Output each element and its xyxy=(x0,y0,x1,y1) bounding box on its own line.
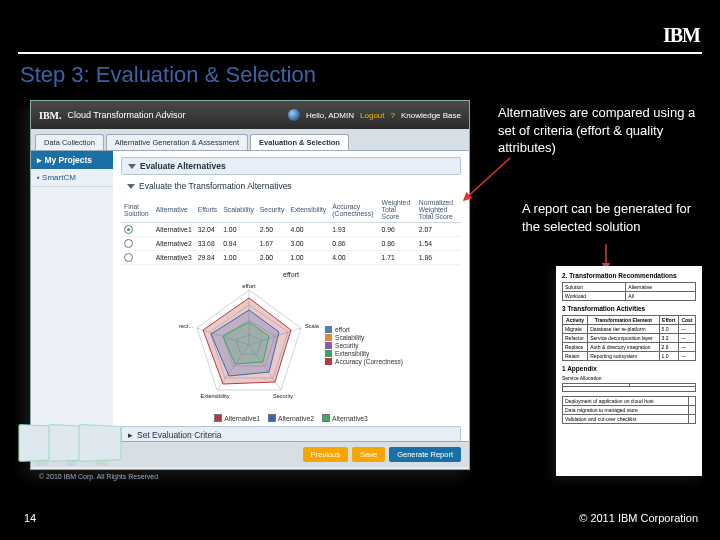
svg-text:Accuracy (Correct...: Accuracy (Correct... xyxy=(179,323,193,329)
generate-report-button[interactable]: Generate Report xyxy=(389,447,461,462)
report-table: ActivityTransformation ElementEffortCost… xyxy=(562,315,696,361)
save-button[interactable]: Save xyxy=(352,447,385,462)
sidebar-item-project[interactable]: ▪ SmartCM xyxy=(31,169,113,187)
callout-criteria: Alternatives are compared using a set of… xyxy=(498,104,698,157)
radar-alt-legend: Alternative1 Alternative2 Alternative3 xyxy=(121,414,461,422)
report-heading: 1 Appendix xyxy=(562,365,696,372)
col-security: Security xyxy=(257,197,288,223)
col-scalability: Scalability xyxy=(220,197,257,223)
report-sub: Service Allocation xyxy=(562,375,696,381)
svg-line-17 xyxy=(464,158,510,200)
svg-text:Scalability: Scalability xyxy=(305,323,319,329)
report-table: Deployment of application on cloud host … xyxy=(562,396,696,424)
section-set-criteria[interactable]: ▸ Set Evaluation Criteria xyxy=(121,426,461,441)
col-efforts: Efforts xyxy=(195,197,221,223)
col-extensibility: Extensibility xyxy=(287,197,329,223)
slide-title: Step 3: Evaluation & Selection xyxy=(20,62,316,88)
report-thumbnail: 2. Transformation Recommendations Soluti… xyxy=(556,266,702,476)
svg-text:Extensibility: Extensibility xyxy=(201,393,230,399)
slide-copyright: © 2011 IBM Corporation xyxy=(579,512,698,524)
hello-user: Hello, ADMIN xyxy=(306,111,354,120)
col-alt: Alternative xyxy=(153,197,195,223)
app-header: IBM. Cloud Transformation Advisor Hello,… xyxy=(31,101,469,129)
ibm-logo-text: IBM xyxy=(663,24,700,47)
report-heading: 3 Transformation Activities xyxy=(562,305,696,312)
report-table xyxy=(562,383,696,392)
svg-text:Security: Security xyxy=(273,393,293,399)
report-heading: 2. Transformation Recommendations xyxy=(562,272,696,279)
tab-data-collection[interactable]: Data Collection xyxy=(35,134,104,150)
tab-bar: Data Collection Alternative Generation &… xyxy=(31,129,469,151)
logout-link[interactable]: Logout xyxy=(360,111,384,120)
page-number: 14 xyxy=(24,512,36,524)
help-link[interactable]: ? xyxy=(391,111,395,120)
table-row[interactable]: Alternative2 33.680.841.673.000.860.861.… xyxy=(121,237,461,251)
svg-text:effort: effort xyxy=(242,283,256,289)
radar-chart: effort effort Sc xyxy=(121,271,461,422)
radio-selected[interactable] xyxy=(124,225,133,234)
globe-icon xyxy=(288,109,300,121)
app-copyright: © 2010 IBM Corp. All Rights Reserved xyxy=(31,467,469,485)
radio[interactable] xyxy=(124,239,133,248)
radar-legend: effort Scalability Security Extensibilit… xyxy=(325,325,403,366)
chevron-down-icon xyxy=(127,184,135,189)
alternatives-table: Final Solution Alternative Efforts Scala… xyxy=(121,197,461,265)
chevron-down-icon xyxy=(128,164,136,169)
sidebar-header: ▸ My Projects xyxy=(31,151,113,169)
app-brand: IBM. xyxy=(39,110,62,121)
radio[interactable] xyxy=(124,253,133,262)
kb-link[interactable]: Knowledge Base xyxy=(401,111,461,120)
col-accuracy: Accuracy (Correctness) xyxy=(329,197,378,223)
app-product-name: Cloud Transformation Advisor xyxy=(68,110,186,120)
main-panel: Evaluate Alternatives Evaluate the Trans… xyxy=(113,151,469,441)
tab-alt-gen[interactable]: Alternative Generation & Assessment xyxy=(106,134,248,150)
col-weighted: Weighted Total Score xyxy=(379,197,416,223)
table-row[interactable]: Alternative3 29.841.002.001.004.001.711.… xyxy=(121,251,461,265)
callout-report: A report can be generated for the select… xyxy=(522,200,712,235)
header-rule xyxy=(18,52,702,54)
ibm-logo: IBM xyxy=(663,24,700,47)
col-normalized: Normalized Weighted Total Score xyxy=(416,197,461,223)
sidebar: ▸ My Projects ▪ SmartCM xyxy=(31,151,113,441)
radar-svg: effort Scalability Security Extensibilit… xyxy=(179,280,319,410)
app-screenshot: IBM. Cloud Transformation Advisor Hello,… xyxy=(30,100,470,470)
report-table: SolutionAlternativeWorkloadAll xyxy=(562,282,696,301)
prev-button[interactable]: Previous xyxy=(303,447,348,462)
tab-eval-selection[interactable]: Evaluation & Selection xyxy=(250,134,349,150)
section-evaluate-alts[interactable]: Evaluate Alternatives xyxy=(121,157,461,175)
monitor-art xyxy=(19,425,109,461)
radar-title: effort xyxy=(121,271,461,278)
section-evaluate-sub: Evaluate the Transformation Alternatives xyxy=(121,179,461,193)
table-row[interactable]: Alternative1 32.041.002.504.001.930.962.… xyxy=(121,223,461,237)
col-final: Final Solution xyxy=(121,197,153,223)
